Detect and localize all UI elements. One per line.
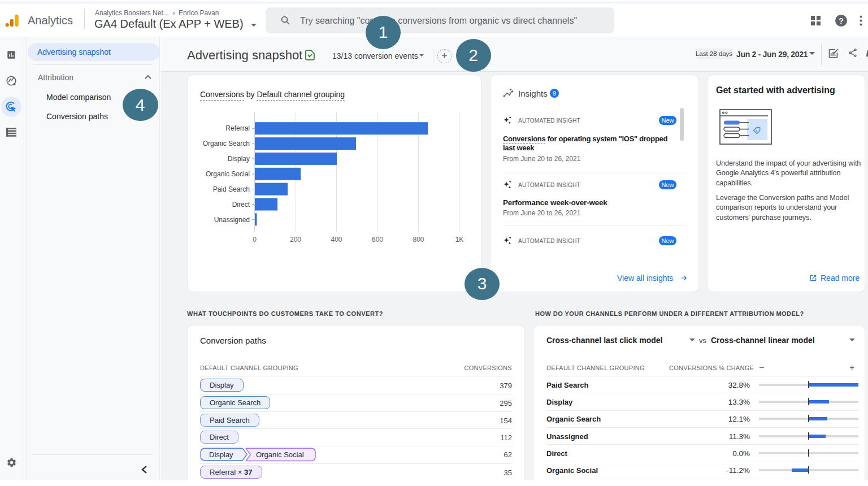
svg-text:Referral: Referral [225,124,250,132]
svg-text:1K: 1K [455,236,464,244]
svg-text:0: 0 [253,236,257,244]
svg-text:Organic Search: Organic Search [203,140,250,147]
svg-text:Display: Display [209,450,233,459]
svg-text:200: 200 [290,236,301,244]
svg-text:Display: Display [228,155,250,163]
svg-text:400: 400 [331,236,342,244]
svg-text:800: 800 [413,236,424,244]
svg-text:Organic Social: Organic Social [256,450,304,459]
svg-text:Organic Social: Organic Social [206,170,250,178]
svg-text:600: 600 [372,236,383,244]
svg-text:Paid Search: Paid Search [213,185,250,193]
svg-text:Unassigned: Unassigned [214,216,250,224]
svg-text:Direct: Direct [232,201,250,209]
